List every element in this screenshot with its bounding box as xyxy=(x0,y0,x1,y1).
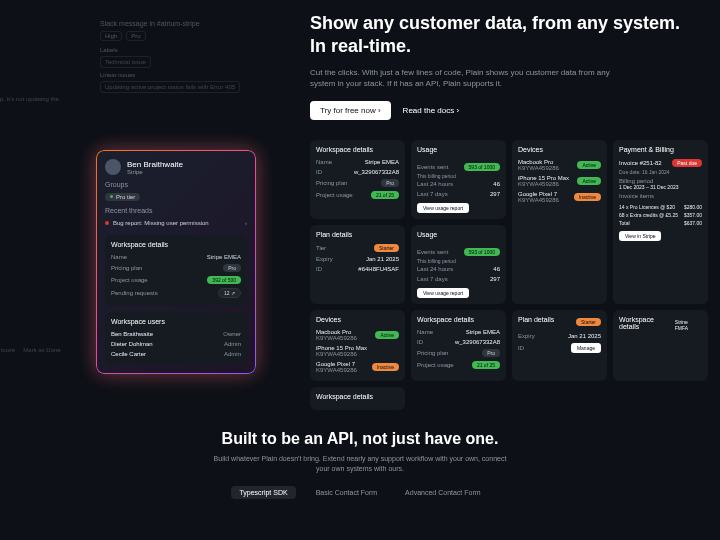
side-actions: Snooze Mark as Done xyxy=(0,347,61,353)
workspace-card-2: Workspace details NameStripe EMEA IDw_32… xyxy=(411,310,506,381)
devices-card-2: Devices Macbook ProK9YWA459286Active iPh… xyxy=(310,310,405,381)
manage-button[interactable]: Manage xyxy=(571,343,601,353)
slack-tag-high: High xyxy=(100,31,122,41)
customer-name: Ben Braithwaite xyxy=(127,160,183,169)
cards-grid: Workspace details NameStripe EMEA IDw_32… xyxy=(310,140,710,410)
tab-basic-form[interactable]: Basic Contact Form xyxy=(308,486,385,499)
tab-advanced-form[interactable]: Advanced Contact Form xyxy=(397,486,488,499)
slack-preview: Slack message in #atrium-stripe High Pro… xyxy=(100,20,250,97)
label-item: Technical issue xyxy=(100,56,151,68)
built-subtitle: Build whatever Plain doesn't bring. Exte… xyxy=(210,454,510,474)
card-title: Workspace details xyxy=(111,241,241,248)
try-free-button[interactable]: Try for free now › xyxy=(310,101,391,120)
workspace-card-3: Workspace detailsStrine FMFA xyxy=(613,310,708,381)
workspace-card-4: Workspace details xyxy=(310,387,405,410)
usage-card: Usage Events sent593 of 1000 This billin… xyxy=(411,140,506,219)
thread-item[interactable]: Bug report: Missing user permission› xyxy=(105,217,247,229)
truncated-text: p. It's not updating the xyxy=(0,96,90,102)
hero-title: Show any customer data, from any system.… xyxy=(310,12,700,59)
slack-tag-pro: Pro xyxy=(126,31,145,41)
plan-card: Plan details TierStarter ExpiryJan 21 20… xyxy=(310,225,405,304)
threads-label: Recent threads xyxy=(105,207,247,214)
hero-section: Show any customer data, from any system.… xyxy=(310,12,700,120)
usage-card-2: Usage Events sent593 of 1000 This billin… xyxy=(411,225,506,304)
view-stripe-button[interactable]: View in Stripe xyxy=(619,231,661,241)
built-title: Built to be an API, not just have one. xyxy=(0,430,720,448)
customer-panel: Ben Braithwaite Stripe Groups Pro tier R… xyxy=(96,150,256,374)
workspace-card: Workspace details NameStripe EMEA IDw_32… xyxy=(310,140,405,219)
customer-company: Stripe xyxy=(127,169,183,175)
view-usage-button[interactable]: View usage report xyxy=(417,203,469,213)
tier-badge: Pro tier xyxy=(105,193,140,201)
labels-heading: Labels xyxy=(100,47,250,53)
devices-card: Devices Macbook ProK9YWA459286Active iPh… xyxy=(512,140,607,304)
read-docs-link[interactable]: Read the docs xyxy=(403,106,459,115)
avatar xyxy=(105,159,121,175)
billing-card: Payment & Billing Invoice #251-82Past du… xyxy=(613,140,708,304)
workspace-details-card: Workspace details NameStripe EMEA Pricin… xyxy=(105,235,247,306)
linear-item: Updating active project status fails wit… xyxy=(100,81,240,93)
groups-label: Groups xyxy=(105,181,247,188)
hero-subtitle: Cut the clicks. With just a few lines of… xyxy=(310,67,630,89)
tab-typescript[interactable]: Typescript SDK xyxy=(231,486,295,499)
view-usage-button-2[interactable]: View usage report xyxy=(417,288,469,298)
sdk-tabs: Typescript SDK Basic Contact Form Advanc… xyxy=(0,486,720,499)
plan-card-2: Plan detailsStarter ExpiryJan 21 2025 ID… xyxy=(512,310,607,381)
snooze-action[interactable]: Snooze xyxy=(0,347,15,353)
slack-title: Slack message in #atrium-stripe xyxy=(100,20,250,27)
mark-done-action[interactable]: Mark as Done xyxy=(23,347,60,353)
workspace-users-card: Workspace users Ben BraithwaiteOwner Die… xyxy=(105,312,247,365)
built-section: Built to be an API, not just have one. B… xyxy=(0,430,720,499)
linear-heading: Linear issues xyxy=(100,72,250,78)
card-title: Workspace users xyxy=(111,318,241,325)
